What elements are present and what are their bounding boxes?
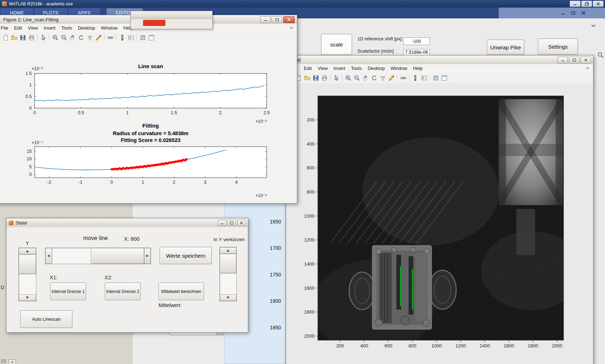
slider-right-button[interactable]	[144, 248, 151, 264]
interval-grenze-2-button[interactable]: Interval Grenze 2	[105, 283, 141, 300]
slider-down-button[interactable]	[220, 294, 236, 301]
slider-trough[interactable]	[52, 248, 91, 264]
slider-maximize-button[interactable]	[227, 220, 236, 226]
edit-plot-cursor-icon[interactable]	[332, 74, 340, 82]
figure2-close-button[interactable]	[283, 16, 295, 23]
collapse-panel-button[interactable]	[9, 359, 16, 364]
list-value[interactable]: 1800	[270, 298, 281, 304]
slider-thumb[interactable]	[91, 248, 144, 264]
pan-hand-icon[interactable]	[361, 74, 369, 82]
brush-data-icon[interactable]	[94, 34, 102, 41]
menu-item[interactable]: Insert	[41, 24, 58, 32]
data-cursor-icon[interactable]	[379, 74, 387, 82]
slider-up-button[interactable]	[19, 248, 36, 254]
slider-minimize-button[interactable]	[218, 220, 226, 226]
menu-item[interactable]: Help	[410, 65, 426, 72]
image-axes-canvas[interactable]: 2004006008001000120014001600180020002004…	[286, 83, 593, 364]
interval-grenze-1-button[interactable]: Interval Grenze 1	[50, 283, 86, 300]
dock-minimize-icon[interactable]	[559, 10, 567, 16]
os-restore-button[interactable]	[581, 1, 592, 7]
unwrap-pike-button[interactable]: Unwrap Pike	[487, 40, 524, 55]
brush-data-icon[interactable]	[387, 74, 395, 82]
link-plot-icon[interactable]	[106, 34, 114, 41]
werte-speichern-button[interactable]: Werte speichern	[160, 247, 212, 264]
zoom-in-icon[interactable]	[344, 74, 352, 82]
mittelwert-berechnen-button[interactable]: Mittelwert berechnen	[159, 283, 204, 300]
y-slider-right[interactable]	[219, 247, 237, 301]
image-figure-close-button[interactable]	[580, 57, 591, 63]
move-line-slider[interactable]	[45, 248, 151, 264]
rotate-3d-icon[interactable]	[77, 34, 85, 41]
background-partial-titlebar[interactable]	[131, 11, 212, 19]
slider-titlebar[interactable]: Slider	[6, 218, 248, 227]
os-titlebar[interactable]: MATLAB R2016b - academic use	[0, 0, 605, 8]
slider-trough[interactable]	[19, 274, 36, 294]
search-magnifier-icon[interactable]	[597, 52, 604, 60]
insert-legend-icon[interactable]	[127, 34, 135, 41]
zoom-out-icon[interactable]	[353, 74, 361, 82]
list-value[interactable]: 1850	[270, 325, 281, 330]
data-cursor-icon[interactable]	[86, 34, 94, 41]
menu-item[interactable]: View	[25, 24, 41, 32]
link-plot-icon[interactable]	[399, 74, 407, 82]
edit-plot-cursor-icon[interactable]	[39, 34, 47, 41]
dock-restore-icon[interactable]	[569, 10, 577, 16]
hide-plot-tools-icon[interactable]	[432, 74, 440, 82]
os-close-button[interactable]	[593, 1, 604, 7]
save-figure-icon[interactable]	[312, 74, 320, 82]
list-value[interactable]: 1650	[270, 219, 281, 225]
save-figure-icon[interactable]	[19, 34, 27, 41]
slider-down-button[interactable]	[19, 294, 36, 301]
image-figure-minimize-button[interactable]	[557, 57, 568, 63]
menubar-overflow-icon[interactable]	[586, 66, 593, 71]
rotate-3d-icon[interactable]	[370, 74, 378, 82]
slider-trough[interactable]	[220, 273, 236, 294]
insert-colorbar-icon[interactable]	[118, 34, 126, 41]
new-document-icon[interactable]	[1, 34, 9, 41]
menu-item[interactable]: Insert	[330, 65, 348, 72]
print-figure-icon[interactable]	[320, 74, 328, 82]
image-figure-maximize-button[interactable]	[569, 57, 579, 63]
menu-item[interactable]: View	[315, 65, 330, 72]
zoom-out-icon[interactable]	[60, 34, 68, 41]
scale-button[interactable]: scale	[321, 34, 352, 55]
menu-item[interactable]: Tools	[348, 65, 365, 72]
os-minimize-button[interactable]	[570, 1, 580, 7]
zoom-in-icon[interactable]	[51, 34, 59, 41]
menu-item[interactable]: Tools	[58, 24, 75, 32]
list-value[interactable]: 1750	[270, 272, 281, 278]
slider-close-button[interactable]	[237, 220, 246, 226]
settings-button[interactable]: Settings	[538, 39, 578, 55]
y-slider-left[interactable]	[18, 248, 36, 301]
panel-chevron-down-icon[interactable]	[591, 23, 596, 30]
slider-up-button[interactable]	[220, 247, 236, 254]
ref-shift-input[interactable]	[403, 37, 430, 45]
slider-left-button[interactable]	[45, 248, 52, 264]
menu-item[interactable]: File	[0, 24, 11, 32]
menu-item[interactable]: Edit	[301, 65, 315, 72]
insert-legend-icon[interactable]	[420, 74, 428, 82]
open-file-icon[interactable]	[10, 34, 18, 41]
slider-thumb[interactable]	[19, 254, 36, 274]
insert-colorbar-icon[interactable]	[411, 74, 419, 82]
dock-close-icon[interactable]	[579, 10, 587, 16]
auto-linescan-button[interactable]: Auto Linescan	[20, 310, 72, 328]
figure2-minimize-button[interactable]	[260, 16, 271, 23]
menubar-overflow-icon[interactable]	[289, 25, 297, 31]
show-plot-tools-icon[interactable]	[440, 74, 448, 82]
print-figure-icon[interactable]	[27, 34, 35, 41]
list-value[interactable]: 1700	[270, 245, 281, 251]
show-plot-tools-icon[interactable]	[147, 34, 155, 41]
menu-item[interactable]: Desktop	[75, 24, 98, 32]
menu-item[interactable]: Window	[98, 24, 120, 32]
linescan-fitting-canvas[interactable]: 00.511.522.500.511.5Line scan×10⁻⁶×10⁻³-…	[0, 43, 297, 203]
menu-item[interactable]: Edit	[11, 24, 25, 32]
figure2-maximize-button[interactable]	[272, 16, 282, 23]
pan-hand-icon[interactable]	[68, 34, 76, 41]
menu-item[interactable]: Desktop	[365, 65, 388, 72]
open-file-icon[interactable]	[303, 74, 311, 82]
slider-thumb[interactable]	[220, 254, 236, 273]
scalefactor-input[interactable]	[403, 49, 430, 56]
hide-plot-tools-icon[interactable]	[139, 34, 147, 41]
image-figure-titlebar[interactable]: ld	[286, 56, 593, 65]
